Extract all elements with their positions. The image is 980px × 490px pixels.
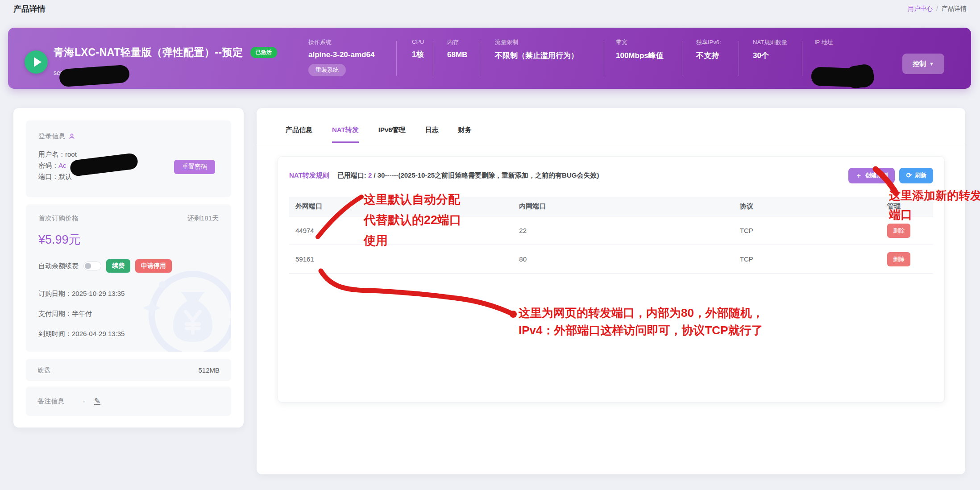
nat-rules-card: NAT转发规则 已用端口: 2 / 30------(2025-10-25之前旧… <box>278 156 945 403</box>
edit-note-icon[interactable]: ✎ <box>94 398 100 405</box>
price-value: ¥5.99元 <box>38 232 219 248</box>
spec-os-label: 操作系统 <box>308 38 424 46</box>
auto-renew-toggle[interactable] <box>83 262 101 270</box>
tab-product-info[interactable]: 产品信息 <box>286 126 312 143</box>
create-rule-button[interactable]: ＋ 创建规则 <box>848 168 895 183</box>
price-block: 首次订购价格 还剩181天 ¥5.99元 自动余额续费 续费 申请停用 订购日期… <box>26 204 231 352</box>
play-icon <box>25 50 48 74</box>
breadcrumb-home-link[interactable]: 用户中心 <box>908 5 933 12</box>
control-dropdown-button[interactable]: 控制 ▼ <box>902 54 944 74</box>
order-date-value: 2025-10-29 13:35 <box>72 290 125 297</box>
status-badge: 已激活 <box>250 47 277 58</box>
spec-ipv6-label: 独享IPv6: <box>696 38 736 46</box>
order-date-label: 订购日期： <box>38 290 72 297</box>
divider <box>396 41 397 76</box>
header-internal-port: 内网端口 <box>513 202 733 211</box>
power-status-button[interactable] <box>25 50 48 74</box>
cell-internal-port: 80 <box>513 255 733 263</box>
pay-cycle-label: 支付周期： <box>38 310 72 317</box>
price-title: 首次订购价格 <box>38 214 79 223</box>
reset-password-button[interactable]: 重置密码 <box>174 160 215 174</box>
login-info-title: 登录信息 <box>38 132 219 141</box>
refresh-button[interactable]: ⟳ 刷新 <box>899 168 933 183</box>
note-label: 备注信息 <box>37 397 64 406</box>
spec-nat-rules-label: NAT规则数量 <box>753 38 802 46</box>
cell-external-port: 59161 <box>289 255 513 263</box>
nat-usage-prefix: 已用端口: <box>337 171 368 179</box>
hostname-redaction <box>59 65 130 87</box>
port-label: 端口： <box>38 173 58 180</box>
spec-bandwidth-value: 100Mbps峰值 <box>616 50 683 61</box>
tab-ipv6[interactable]: IPv6管理 <box>378 126 406 143</box>
tab-logs[interactable]: 日志 <box>425 126 439 143</box>
spec-bandwidth: 带宽 100Mbps峰值 <box>616 38 683 61</box>
note-row: 备注信息 - ✎ <box>26 386 231 416</box>
password-label: 密码： <box>38 162 58 169</box>
breadcrumb: 用户中心/产品详情 <box>908 5 967 13</box>
renew-button[interactable]: 续费 <box>106 259 130 273</box>
nat-usage-used: 2 <box>368 171 372 179</box>
password-value: Ac <box>58 162 66 169</box>
ip-redaction <box>844 63 876 90</box>
table-row: 59161 80 TCP 删除 <box>289 245 933 274</box>
product-title: 青海LXC-NAT轻量版（弹性配置）--预定 <box>54 46 243 59</box>
spec-traffic-value: 不限制（禁止滥用行为） <box>495 50 611 61</box>
create-rule-label: 创建规则 <box>865 171 888 179</box>
user-icon <box>68 133 75 140</box>
nat-usage-text: 已用端口: 2 / 30------(2025-10-25之前旧策略需要删除，重… <box>337 171 599 180</box>
spec-traffic: 流量限制 不限制（禁止滥用行为） <box>495 38 611 61</box>
table-row: 44974 22 TCP 删除 <box>289 216 933 245</box>
header-external-port: 外网端口 <box>289 202 513 211</box>
refresh-icon: ⟳ <box>906 171 912 179</box>
spec-os-value: alpine-3-20-amd64 <box>308 50 424 59</box>
reinstall-os-button[interactable]: 重装系统 <box>308 64 346 76</box>
cell-protocol: TCP <box>734 227 881 234</box>
disk-row: 硬盘 512MB <box>26 359 231 381</box>
breadcrumb-current: 产品详情 <box>942 5 967 12</box>
expire-row: 到期时间：2026-04-29 13:35 <box>38 324 219 344</box>
page-title: 产品详情 <box>13 4 46 14</box>
spec-nat-rules: NAT规则数量 30个 <box>753 38 802 61</box>
tab-nat-forwarding[interactable]: NAT转发 <box>332 126 359 143</box>
refresh-label: 刷新 <box>915 171 926 179</box>
tab-billing[interactable]: 财务 <box>458 126 472 143</box>
cell-external-port: 44974 <box>289 227 513 234</box>
divider <box>480 41 480 76</box>
divider <box>802 41 802 76</box>
login-info-title-text: 登录信息 <box>38 132 65 141</box>
divider <box>682 41 682 76</box>
pay-cycle-value: 半年付 <box>72 310 92 317</box>
control-button-label: 控制 <box>913 60 926 68</box>
spec-ipv6-value: 不支持 <box>696 50 736 61</box>
tab-bar: 产品信息 NAT转发 IPv6管理 日志 财务 <box>257 126 965 143</box>
delete-rule-button[interactable]: 删除 <box>887 252 910 266</box>
plus-icon: ＋ <box>855 171 862 180</box>
days-left-text: 还剩181天 <box>187 214 219 223</box>
note-value: - <box>83 398 85 405</box>
product-banner: 青海LXC-NAT轻量版（弹性配置）--预定 已激活 ser 操作系统 alpi… <box>8 28 971 89</box>
delete-rule-button[interactable]: 删除 <box>887 224 910 238</box>
expire-value: 2026-04-29 13:35 <box>72 330 125 337</box>
nat-usage-suffix: / 30------(2025-10-25之前旧策略需要删除，重新添加，之前的有… <box>372 171 599 179</box>
spec-nat-rules-value: 30个 <box>753 50 802 61</box>
spec-ip-label: IP 地址 <box>814 38 930 46</box>
divider <box>739 41 739 76</box>
disk-label: 硬盘 <box>37 366 51 374</box>
chevron-down-icon: ▼ <box>929 61 934 66</box>
divider <box>433 41 433 76</box>
spec-traffic-label: 流量限制 <box>495 38 611 46</box>
product-summary-card: 登录信息 用户名：root 密码：Ac 端口：默认 重置密码 首次订购价格 还剩… <box>13 108 244 428</box>
auto-renew-label: 自动余额续费 <box>38 262 79 270</box>
spec-cpu-value: 1核 <box>412 49 443 59</box>
spec-cpu-label: CPU <box>412 38 443 45</box>
detail-panel: 产品信息 NAT转发 IPv6管理 日志 财务 NAT转发规则 已用端口: 2 … <box>257 108 965 474</box>
order-date-row: 订购日期：2025-10-29 13:35 <box>38 283 219 303</box>
request-stop-button[interactable]: 申请停用 <box>135 259 172 273</box>
spec-bandwidth-label: 带宽 <box>616 38 683 46</box>
spec-cpu: CPU 1核 <box>412 38 443 59</box>
cell-protocol: TCP <box>734 255 881 263</box>
divider <box>604 41 604 76</box>
cell-internal-port: 22 <box>513 227 733 234</box>
port-value: 默认 <box>58 173 72 180</box>
username-value: root <box>65 150 77 158</box>
